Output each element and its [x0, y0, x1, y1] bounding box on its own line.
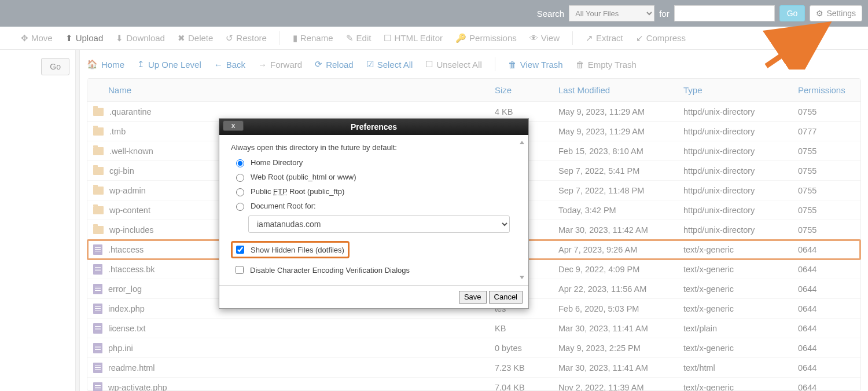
file-type: text/x-generic [683, 344, 798, 353]
extract-button[interactable]: ↗ Extract [586, 33, 623, 43]
file-type: httpd/unix-directory [683, 225, 798, 235]
radio-document-root[interactable]: Document Root for: [231, 199, 513, 213]
unselect-all-button[interactable]: ☐ Unselect All [425, 59, 481, 70]
reload-button[interactable]: ⟳ Reload [315, 59, 354, 70]
file-permissions: 0755 [798, 186, 860, 195]
checkbox-input[interactable] [236, 266, 244, 274]
radio-home-directory[interactable]: Home Directory [231, 155, 513, 170]
separator [495, 57, 495, 71]
file-size: 4 KB [495, 107, 558, 116]
file-name: index.php [108, 304, 145, 313]
for-label: for [659, 9, 670, 19]
file-modified: Dec 9, 2022, 4:09 PM [558, 265, 683, 274]
view-button[interactable]: 👁 View [529, 33, 560, 43]
file-permissions: 0644 [798, 304, 860, 313]
html-editor-button[interactable]: ☐ HTML Editor [384, 33, 443, 43]
radio-ftp-root[interactable]: Public FTP Root (public_ftp) [231, 184, 513, 199]
file-name: .tmb [109, 127, 126, 136]
file-type: text/x-generic [683, 245, 798, 254]
save-button[interactable]: Save [459, 291, 487, 304]
file-name: cgi-bin [109, 166, 134, 176]
action-toolbar: ✥ Move ⬆ Upload ⬇ Download ✖ Delete ↺ Re… [0, 27, 868, 50]
col-modified[interactable]: Last Modified [558, 85, 683, 95]
file-icon [93, 264, 102, 275]
download-button[interactable]: ⬇ Download [116, 33, 165, 43]
radio-input[interactable] [236, 188, 244, 196]
file-type: httpd/unix-directory [683, 166, 798, 176]
file-icon [93, 284, 102, 294]
home-button[interactable]: 🏠 Home [87, 59, 124, 70]
file-type: text/plain [683, 324, 798, 333]
back-button[interactable]: ← Back [214, 60, 245, 70]
preferences-modal: x Preferences Always open this directory… [219, 118, 529, 309]
gear-icon: ⚙ [816, 9, 823, 18]
view-trash-button[interactable]: 🗑 View Trash [508, 60, 563, 70]
permissions-button[interactable]: 🔑 Permissions [455, 33, 517, 43]
file-type: text/x-generic [683, 284, 798, 294]
table-row[interactable]: readme.html7.23 KBMar 30, 2023, 11:41 AM… [87, 358, 860, 378]
radio-input[interactable] [236, 203, 244, 211]
file-icon [93, 244, 102, 255]
radio-input[interactable] [236, 174, 244, 182]
folder-icon [93, 206, 104, 214]
table-row[interactable]: license.txtKBMar 30, 2023, 11:41 AMtext/… [87, 319, 860, 338]
up-one-level-button[interactable]: ↥ Up One Level [137, 59, 201, 70]
file-icon [93, 363, 102, 373]
radio-web-root[interactable]: Web Root (public_html or www) [231, 170, 513, 184]
file-modified: Feb 15, 2023, 8:10 AM [558, 147, 683, 156]
col-permissions[interactable]: Permissions [798, 85, 860, 95]
disable-charset-checkbox[interactable]: Disable Character Encoding Verification … [231, 262, 513, 278]
file-type: text/x-generic [683, 304, 798, 313]
file-name: error_log [108, 284, 142, 294]
modal-scrollbar[interactable] [518, 141, 526, 279]
file-size: 0 bytes [495, 344, 558, 353]
restore-button[interactable]: ↺ Restore [226, 33, 267, 43]
search-input[interactable] [674, 5, 775, 21]
file-name: wp-content [109, 206, 150, 215]
modal-title: Preferences [351, 122, 397, 131]
file-name: .htaccess.bk [108, 265, 155, 274]
top-bar: Search All Your Files for Go ⚙ Settings [0, 0, 868, 27]
search-go-button[interactable]: Go [779, 5, 806, 21]
table-row[interactable]: php.ini0 bytesMay 9, 2023, 2:25 PMtext/x… [87, 338, 860, 358]
file-name: readme.html [108, 363, 155, 372]
delete-button[interactable]: ✖ Delete [178, 33, 213, 43]
settings-button[interactable]: ⚙ Settings [810, 5, 862, 21]
file-size: KB [495, 324, 558, 333]
file-size: 7.23 KB [495, 363, 558, 372]
file-name: .htaccess [108, 245, 144, 254]
select-all-button[interactable]: ☑ Select All [366, 59, 413, 70]
col-name[interactable]: Name [87, 85, 495, 95]
file-icon [93, 304, 102, 314]
pane-divider[interactable] [75, 50, 80, 391]
show-hidden-files-checkbox[interactable]: Show Hidden Files (dotfiles) [234, 244, 344, 255]
search-label: Search [537, 9, 565, 19]
rename-button[interactable]: ▮ Rename [293, 33, 333, 43]
folder-icon [93, 108, 104, 116]
file-icon [93, 323, 102, 334]
edit-button[interactable]: ✎ Edit [346, 33, 372, 43]
file-modified: Mar 30, 2023, 11:41 AM [558, 363, 683, 372]
file-size: 7.04 KB [495, 383, 558, 392]
checkbox-input[interactable] [236, 246, 244, 254]
cancel-button[interactable]: Cancel [489, 291, 523, 304]
file-name: .well-known [109, 147, 153, 156]
forward-button[interactable]: → Forward [258, 60, 302, 70]
radio-input[interactable] [236, 159, 244, 167]
path-go-button[interactable]: Go [41, 58, 69, 75]
document-root-select[interactable]: iamatanudas.com [248, 215, 510, 233]
table-row[interactable]: wp-activate.php7.04 KBNov 2, 2022, 11:39… [87, 378, 860, 391]
upload-button[interactable]: ⬆ Upload [65, 33, 104, 43]
move-button[interactable]: ✥ Move [21, 33, 53, 43]
compress-button[interactable]: ↙ Compress [636, 33, 686, 43]
search-scope-select[interactable]: All Your Files [569, 5, 654, 21]
col-type[interactable]: Type [683, 85, 798, 95]
file-modified: Mar 30, 2023, 11:42 AM [558, 225, 683, 235]
file-name: wp-activate.php [108, 383, 167, 392]
modal-close-button[interactable]: x [223, 120, 244, 131]
col-size[interactable]: Size [495, 85, 558, 95]
modal-footer: Save Cancel [219, 285, 528, 308]
folder-icon [93, 127, 104, 136]
file-type: httpd/unix-directory [683, 107, 798, 116]
empty-trash-button[interactable]: 🗑 Empty Trash [576, 60, 637, 70]
